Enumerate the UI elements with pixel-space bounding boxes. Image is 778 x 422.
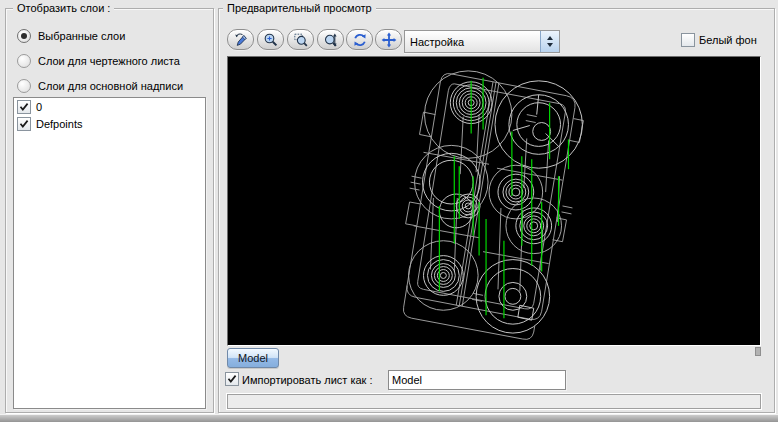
import-sheet-checkbox[interactable] [225,372,239,386]
preview-title: Предварительный просмотр [223,2,376,14]
zoom-dynamic-button[interactable] [317,29,344,50]
check-icon [18,118,30,130]
radio-label: Слои для основной надписи [38,80,183,92]
radio-title-block-layers[interactable]: Слои для основной надписи [17,79,183,93]
radio-label: Слои для чертежного листа [38,55,180,67]
pan-button[interactable] [375,29,402,50]
layer-row-defpoints[interactable]: Defpoints [14,115,205,132]
check-icon [226,373,238,385]
import-dwg-dialog: Отобразить слои : Выбранные слои Слои дл… [0,0,778,422]
pan-icon [381,32,397,48]
zoom-icon [263,32,279,48]
radio-selected-layers[interactable]: Выбранные слои [17,29,125,43]
radio-icon[interactable] [17,54,31,68]
mode-select[interactable]: Настройка [404,30,560,53]
spinner-up-icon[interactable] [547,36,553,40]
pointer-pen-icon [233,32,249,48]
spinner-down-icon[interactable] [547,43,553,47]
tab-model-label: Model [238,352,268,364]
layer-checkbox[interactable] [17,117,31,131]
import-sheet-label: Импортировать лист как : [242,374,373,386]
white-bg-label: Белый фон [699,34,757,46]
radio-icon[interactable] [17,29,31,43]
radio-label: Выбранные слои [38,30,125,42]
display-layers-group: Отобразить слои : Выбранные слои Слои дл… [5,8,214,413]
check-icon [18,101,30,113]
splitter-grip[interactable] [755,347,761,356]
zoom-button[interactable] [257,29,284,50]
mode-spinner[interactable] [540,31,559,52]
zoom-dynamic-icon [323,32,339,48]
layer-row-0[interactable]: 0 [14,98,205,115]
zoom-window-button[interactable] [287,29,314,50]
radio-icon[interactable] [17,79,31,93]
wireframe-model [228,57,760,345]
orbit-icon [352,32,368,48]
pointer-pen-button[interactable] [227,29,254,50]
radio-drawing-sheet-layers[interactable]: Слои для чертежного листа [17,54,180,68]
progress-bar [227,394,761,409]
tab-model[interactable]: Model [227,348,279,368]
display-layers-title: Отобразить слои : [13,2,114,14]
preview-viewport[interactable] [227,56,761,346]
layer-checkbox[interactable] [17,100,31,114]
orbit-button[interactable] [346,29,373,50]
window-bottom-edge [0,414,778,422]
sheet-name-input[interactable] [388,370,566,390]
white-bg-checkbox[interactable] [681,33,695,47]
layer-list[interactable]: 0 Defpoints [13,97,206,409]
zoom-window-icon [293,32,309,48]
layer-label: 0 [36,101,42,113]
mode-select-value: Настройка [405,36,540,48]
layer-label: Defpoints [36,118,82,130]
preview-group: Предварительный просмотр [218,8,775,413]
